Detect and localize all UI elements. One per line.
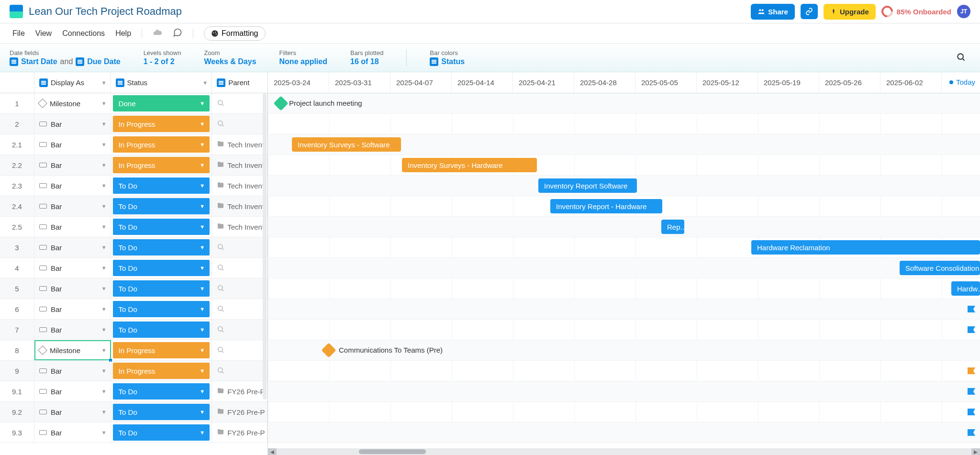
status-pill[interactable]: To Do▼ [113, 178, 210, 194]
col-header-display[interactable]: Display As ▼ [34, 72, 111, 93]
cell-status[interactable]: To Do▼ [111, 278, 212, 299]
gantt-row[interactable]: Inventory Surveys - Hardware [268, 155, 980, 176]
gantt-row[interactable]: Inventory Report Software [268, 176, 980, 196]
cell-display[interactable]: Milestone▼ [34, 340, 111, 360]
cell-display[interactable]: Milestone▼ [34, 93, 111, 113]
gantt-row[interactable] [268, 320, 980, 340]
cell-parent[interactable]: FY26 Pre-P [212, 422, 267, 443]
gantt-row[interactable]: Inventory Surveys - Software [268, 134, 980, 155]
cell-parent[interactable]: FY26 Pre-P [212, 402, 267, 422]
cell-display[interactable]: Bar▼ [34, 134, 111, 155]
status-pill[interactable]: Done▼ [113, 95, 210, 111]
gantt-row[interactable]: Inventory Report - Hardware [268, 196, 980, 217]
status-pill[interactable]: In Progress▼ [113, 116, 210, 132]
config-date-fields[interactable]: Date fields Start Date and Due Date [10, 49, 121, 66]
config-zoom[interactable]: Zoom Weeks & Days [204, 49, 256, 66]
cell-display[interactable]: Bar▼ [34, 381, 111, 401]
status-pill[interactable]: To Do▼ [113, 219, 210, 235]
grid-row[interactable]: 8Milestone▼In Progress▼ [0, 340, 267, 361]
user-avatar[interactable]: JT [957, 5, 970, 18]
grid-row[interactable]: 2.3Bar▼To Do▼Tech Invent [0, 176, 267, 196]
gantt-row[interactable]: Communications To Teams (Pre) [268, 340, 980, 361]
milestone-marker[interactable] [321, 343, 336, 357]
menu-help[interactable]: Help [115, 29, 131, 38]
gantt-bar[interactable]: Inventory Surveys - Hardware [402, 158, 537, 172]
cell-parent[interactable] [212, 320, 267, 340]
gantt-bar[interactable]: Inventory Report Software [538, 178, 637, 193]
cell-display[interactable]: Bar▼ [34, 278, 111, 299]
status-pill[interactable]: To Do▼ [113, 301, 210, 317]
grid-row[interactable]: 9.1Bar▼To Do▼FY26 Pre-P [0, 381, 267, 402]
cell-parent[interactable] [212, 93, 267, 113]
cell-status[interactable]: In Progress▼ [111, 134, 212, 155]
date-column-header[interactable]: 2025-05-26 [819, 72, 880, 93]
date-column-header[interactable]: 2025-06-02 [880, 72, 942, 93]
cell-display[interactable]: Bar▼ [34, 258, 111, 278]
grid-row[interactable]: 2.1Bar▼In Progress▼Tech Invent [0, 134, 267, 155]
status-pill[interactable]: To Do▼ [113, 322, 210, 338]
grid-row[interactable]: 2.2Bar▼In Progress▼Tech Invent [0, 155, 267, 176]
cell-display[interactable]: Bar▼ [34, 402, 111, 422]
formatting-button[interactable]: Formatting [204, 26, 265, 41]
cell-status[interactable]: To Do▼ [111, 320, 212, 340]
search-icon[interactable] [956, 52, 966, 64]
date-column-header[interactable]: 2025-04-07 [390, 72, 452, 93]
cell-status[interactable]: To Do▼ [111, 196, 212, 216]
offscreen-flag-icon[interactable] [968, 367, 975, 374]
today-button[interactable]: Today [949, 78, 975, 86]
offscreen-flag-icon[interactable] [968, 409, 975, 415]
gantt-row[interactable] [268, 422, 980, 443]
config-bar-colors[interactable]: Bar colors Status [430, 49, 465, 66]
status-pill[interactable]: In Progress▼ [113, 363, 210, 379]
cell-status[interactable]: To Do▼ [111, 422, 212, 443]
scroll-left-icon[interactable]: ◀ [268, 448, 277, 455]
menu-file[interactable]: File [12, 29, 25, 38]
cell-status[interactable]: In Progress▼ [111, 361, 212, 381]
grid-row[interactable]: 7Bar▼To Do▼ [0, 320, 267, 340]
cell-status[interactable]: To Do▼ [111, 176, 212, 196]
cell-display[interactable]: Bar▼ [34, 361, 111, 381]
cell-display[interactable]: Bar▼ [34, 217, 111, 237]
scroll-right-icon[interactable]: ▶ [971, 448, 980, 455]
gantt-row[interactable] [268, 361, 980, 381]
date-column-header[interactable]: 2025-05-05 [635, 72, 697, 93]
comment-icon[interactable] [173, 28, 182, 39]
milestone-marker[interactable] [273, 96, 288, 111]
gantt-bar[interactable]: Hardware Reclamation [751, 240, 980, 255]
status-pill[interactable]: To Do▼ [113, 280, 210, 297]
cell-display[interactable]: Bar▼ [34, 114, 111, 134]
grid-row[interactable]: 9.3Bar▼To Do▼FY26 Pre-P [0, 422, 267, 443]
status-pill[interactable]: To Do▼ [113, 260, 210, 276]
status-pill[interactable]: To Do▼ [113, 424, 210, 441]
cell-parent[interactable] [212, 114, 267, 134]
gantt-row[interactable] [268, 402, 980, 422]
gantt-row[interactable]: Rep… [268, 217, 980, 237]
date-column-header[interactable]: 2025-05-19 [758, 72, 819, 93]
cell-display[interactable]: Bar▼ [34, 176, 111, 196]
status-pill[interactable]: To Do▼ [113, 383, 210, 400]
cell-parent[interactable]: FY26 Pre-P [212, 381, 267, 401]
grid-row[interactable]: 2.5Bar▼To Do▼Tech Invent [0, 217, 267, 237]
status-pill[interactable]: In Progress▼ [113, 136, 210, 153]
cell-display[interactable]: Bar▼ [34, 196, 111, 216]
vertical-scrollbar[interactable] [263, 93, 267, 400]
gantt-bar[interactable]: Software Consolidation [900, 261, 980, 275]
cell-parent[interactable]: Tech Invent [212, 155, 267, 175]
cell-display[interactable]: Bar▼ [34, 155, 111, 175]
cell-parent[interactable]: Tech Invent [212, 134, 267, 155]
status-pill[interactable]: To Do▼ [113, 404, 210, 420]
cell-parent[interactable]: Tech Invent [212, 217, 267, 237]
status-pill[interactable]: In Progress▼ [113, 342, 210, 358]
offscreen-flag-icon[interactable] [968, 429, 975, 436]
cell-parent[interactable]: Tech Invent [212, 176, 267, 196]
cell-status[interactable]: In Progress▼ [111, 114, 212, 134]
cell-parent[interactable] [212, 361, 267, 381]
menu-connections[interactable]: Connections [62, 29, 105, 38]
gantt-bar[interactable]: Hardw… [951, 281, 980, 296]
status-pill[interactable]: In Progress▼ [113, 157, 210, 173]
cell-status[interactable]: To Do▼ [111, 402, 212, 422]
menu-view[interactable]: View [35, 29, 52, 38]
config-bars[interactable]: Bars plotted 16 of 18 [350, 49, 383, 66]
scroll-thumb[interactable] [359, 449, 426, 454]
cloud-icon[interactable] [153, 28, 162, 39]
